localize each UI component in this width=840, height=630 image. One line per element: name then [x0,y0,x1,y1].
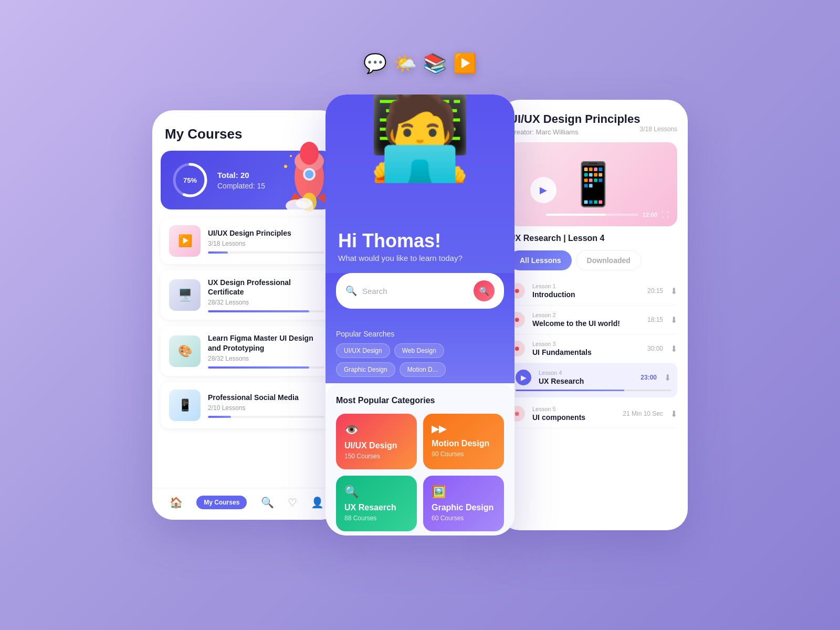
category-ux-research[interactable]: 🔍 UX Resaerch 88 Courses [336,476,417,531]
uiux-count: 150 Courses [344,453,408,460]
lesson-item-5[interactable]: ⏺ Lesson 5 UI components 21 Min 10 Sec ⬇ [509,400,677,428]
tag-graphic[interactable]: Graphic Design [336,362,395,377]
search-icon-inner: 🔍 [345,285,357,297]
course-thumb-1: ▶️ [169,225,201,257]
uiux-name: UI/UX Design [344,441,408,450]
search-bar[interactable]: 🔍 Search 🔍 [336,273,504,309]
tag-motion[interactable]: Motion D... [400,362,446,377]
ux-research-icon: 🔍 [344,485,408,499]
course-item[interactable]: 🖥️ UX Design Professional Certificate 28… [161,270,333,320]
course-lessons-2: 28/32 Lessons [208,299,324,306]
nav-favorites[interactable]: ♡ [288,496,297,509]
tabs-row: All Lessons Downloaded [509,250,677,270]
lesson-details-4: Lesson 4 UX Research [539,370,633,385]
right-phone: UI/UX Design Principles Creator: Marc Wi… [499,100,688,530]
course-name-1: UI/UX Design Principles [208,228,324,238]
course-info-2: UX Design Professional Certificate 28/32… [208,278,324,312]
motion-count: 90 Courses [432,450,496,458]
ux-research-count: 88 Courses [344,514,408,522]
lesson-dot-4: ▶ [516,370,531,385]
graphic-count: 60 Courses [432,514,496,522]
center-hero: 🧑‍💻 Hi Thomas! What would you like to le… [326,94,514,273]
lesson-details-2: Lesson 2 Welcome to the UI world! [532,312,640,328]
progress-info: Total: 20 Complated: 15 [217,171,265,190]
lesson-progress-fill [516,390,624,391]
download-icon-4[interactable]: ⬇ [664,373,671,383]
lesson-name-5: UI components [532,413,615,422]
categories-section: Most Popular Categories 👁️ UI/UX Design … [326,383,514,536]
course-thumb-4: 📱 [169,390,201,421]
categories-grid: 👁️ UI/UX Design 150 Courses ▶▶ Motion De… [336,414,504,531]
uiux-icon: 👁️ [344,423,408,437]
course-item[interactable]: 📱 Professional Social Media 2/10 Lessons [161,382,333,428]
category-motion[interactable]: ▶▶ Motion Design 90 Courses [423,414,504,469]
course-info-4: Professional Social Media 2/10 Lessons [208,393,324,418]
lesson-item-4-active[interactable]: ▶ Lesson 4 UX Research 23:00 ⬇ [509,363,677,397]
course-name-4: Professional Social Media [208,393,324,402]
center-phone-wrapper: 💬 🌤️ 📚 ▶️ 🧑‍💻 Hi Thomas! What would you … [326,94,514,536]
nav-home[interactable]: 🏠 [170,496,183,509]
download-icon-1[interactable]: ⬇ [670,286,677,296]
lesson-details-1: Lesson 1 Introduction [532,283,640,299]
download-icon-5[interactable]: ⬇ [670,409,677,419]
lesson-time-2: 18:15 [647,316,663,323]
video-bar [546,214,638,216]
course-title-main: UI/UX Design Principles [509,112,677,126]
course-name-3: Learn Figma Master UI Design and Prototy… [208,333,324,352]
tag-uiux[interactable]: UI/UX Design [336,343,390,358]
video-emoji: 📱 [567,160,620,209]
video-time: 12:00 [643,212,657,218]
lesson-time-1: 20:15 [647,287,663,295]
course-info-1: UI/UX Design Principles 3/18 Lessons [208,228,324,254]
download-icon-3[interactable]: ⬇ [670,344,677,354]
lesson-num-4: Lesson 4 [539,370,633,376]
svg-point-15 [290,155,292,157]
lesson-item-1[interactable]: ⏺ Lesson 1 Introduction 20:15 ⬇ [509,277,677,306]
lessons-list: ⏺ Lesson 1 Introduction 20:15 ⬇ ⏺ Lesson… [509,277,677,530]
lesson-item-3[interactable]: ⏺ Lesson 3 UI Fundamentals 30:00 ⬇ [509,334,677,363]
favorites-icon: ♡ [288,496,297,509]
right-content: UI/UX Design Principles Creator: Marc Wi… [499,100,688,530]
center-phone: 🧑‍💻 Hi Thomas! What would you like to le… [326,94,514,536]
course-progress-fill-3 [208,366,309,369]
fullscreen-icon[interactable]: ⛶ [662,211,669,219]
progress-circle: 75% [171,161,209,199]
left-bottom-nav: 🏠 My Courses 🔍 ♡ 👤 [152,488,341,520]
float-icon-1: 💬 [363,52,387,75]
left-phone: My Courses 75% Total: 20 Complated: 15 [152,110,341,520]
lesson-time-4: 23:00 [640,374,657,381]
lesson-name-3: UI Fundamentals [532,348,640,356]
tag-web[interactable]: Web Design [394,343,444,358]
lesson-time-5: 21 Min 10 Sec [623,410,663,417]
lesson-time-3: 30:00 [647,345,663,352]
course-lessons-4: 2/10 Lessons [208,404,324,412]
course-list: ▶️ UI/UX Design Principles 3/18 Lessons … [152,218,341,428]
tab-all-lessons[interactable]: All Lessons [509,250,572,270]
course-lessons-1: 3/18 Lessons [208,240,324,247]
popular-title: Popular Searches [336,330,504,338]
category-uiux[interactable]: 👁️ UI/UX Design 150 Courses [336,414,417,469]
ux-research-name: UX Resaerch [344,503,408,512]
tab-downloaded[interactable]: Downloaded [576,250,642,270]
course-progress-bar-3 [208,366,324,369]
course-item[interactable]: ▶️ UI/UX Design Principles 3/18 Lessons [161,218,333,264]
nav-profile[interactable]: 👤 [311,496,324,509]
lesson-details-3: Lesson 3 UI Fundamentals [532,341,640,356]
video-thumbnail[interactable]: 📱 ▶ 12:00 ⛶ [509,142,677,226]
play-button[interactable]: ▶ [530,177,556,203]
download-icon-2[interactable]: ⬇ [670,315,677,325]
video-controls: 12:00 ⛶ [546,211,669,219]
popular-searches: Popular Searches UI/UX Design Web Design… [326,321,514,383]
lesson-item-2[interactable]: ⏺ Lesson 2 Welcome to the UI world! 18:1… [509,306,677,334]
category-graphic[interactable]: 🖼️ Graphic Design 60 Courses [423,476,504,531]
graphic-name: Graphic Design [432,503,496,512]
search-button[interactable]: 🔍 [474,280,495,301]
search-section: 🔍 Search 🔍 [326,273,514,321]
svg-point-13 [284,165,287,168]
course-item[interactable]: 🎨 Learn Figma Master UI Design and Proto… [161,326,333,375]
float-icon-2: 🌤️ [393,52,417,75]
nav-my-courses[interactable]: My Courses [196,496,247,509]
floating-icons: 💬 🌤️ 📚 ▶️ [363,52,477,75]
nav-search[interactable]: 🔍 [261,496,274,509]
my-courses-nav-label: My Courses [196,496,247,509]
